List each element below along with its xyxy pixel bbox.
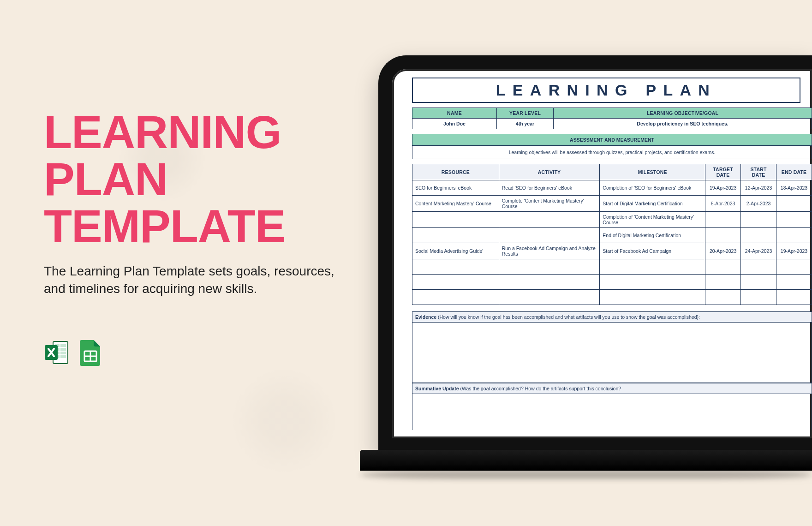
h-resource: RESOURCE <box>412 164 499 180</box>
info-table: NAME YEAR LEVEL LEARNING OBJECTIVE/GOAL … <box>412 108 812 129</box>
excel-icon <box>44 340 70 365</box>
evidence-label: Evidence (How will you know if the goal … <box>412 312 812 323</box>
promo-title: LEARNING PLAN TEMPLATE <box>44 108 339 250</box>
h-end: END DATE <box>776 164 812 180</box>
title-line2: PLAN <box>44 153 167 205</box>
doc-title: LEARNING PLAN <box>412 78 800 103</box>
plan-grid: RESOURCE ACTIVITY MILESTONE TARGET DATE … <box>412 164 812 305</box>
table-row: SEO for Beginners' eBook Read 'SEO for B… <box>412 180 812 196</box>
table-row: Content Marketing Mastery' Course Comple… <box>412 196 812 212</box>
laptop-mockup: LEARNING PLAN NAME YEAR LEVEL LEARNING O… <box>360 55 812 498</box>
table-row: End of Digital Marketing Certification <box>412 228 812 243</box>
promo-left: LEARNING PLAN TEMPLATE The Learning Plan… <box>44 108 339 366</box>
title-line3: TEMPLATE <box>44 200 285 252</box>
val-name: John Doe <box>412 119 497 129</box>
col-objective: LEARNING OBJECTIVE/GOAL <box>554 108 812 119</box>
svg-rect-2 <box>60 344 66 347</box>
svg-rect-8 <box>60 355 66 358</box>
evidence-table: Evidence (How will you know if the goal … <box>412 311 812 383</box>
laptop-screen: LEARNING PLAN NAME YEAR LEVEL LEARNING O… <box>378 55 812 452</box>
h-activity: ACTIVITY <box>499 164 600 180</box>
svg-rect-4 <box>60 348 66 351</box>
table-row: Social Media Advertising Guide' Run a Fa… <box>412 243 812 259</box>
title-line1: LEARNING <box>44 106 281 158</box>
col-name: NAME <box>412 108 497 119</box>
table-row <box>412 259 812 275</box>
assessment-heading: ASSESSMENT AND MEASUREMENT <box>412 134 812 146</box>
template-document: LEARNING PLAN NAME YEAR LEVEL LEARNING O… <box>400 78 812 430</box>
h-milestone: MILESTONE <box>600 164 705 180</box>
summative-body <box>412 394 812 430</box>
assessment-table: ASSESSMENT AND MEASUREMENT Learning obje… <box>412 134 812 159</box>
table-row: Completion of 'Content Marketing Mastery… <box>412 212 812 228</box>
col-year: YEAR LEVEL <box>497 108 554 119</box>
val-objective: Develop proficiency in SEO techniques. <box>554 119 812 129</box>
assessment-body: Learning objectives will be assessed thr… <box>412 146 812 159</box>
summative-table: Summative Update (Was the goal accomplis… <box>412 383 812 430</box>
h-start: START DATE <box>741 164 776 180</box>
google-sheets-icon <box>80 339 102 366</box>
format-icons <box>44 339 339 366</box>
laptop-base <box>360 450 812 471</box>
summative-label: Summative Update (Was the goal accomplis… <box>412 383 812 394</box>
svg-rect-6 <box>60 352 66 354</box>
h-target: TARGET DATE <box>705 164 741 180</box>
evidence-body <box>412 323 812 383</box>
table-row <box>412 290 812 305</box>
table-row <box>412 275 812 290</box>
promo-description: The Learning Plan Template sets goals, r… <box>44 263 339 298</box>
val-year: 4th year <box>497 119 554 129</box>
